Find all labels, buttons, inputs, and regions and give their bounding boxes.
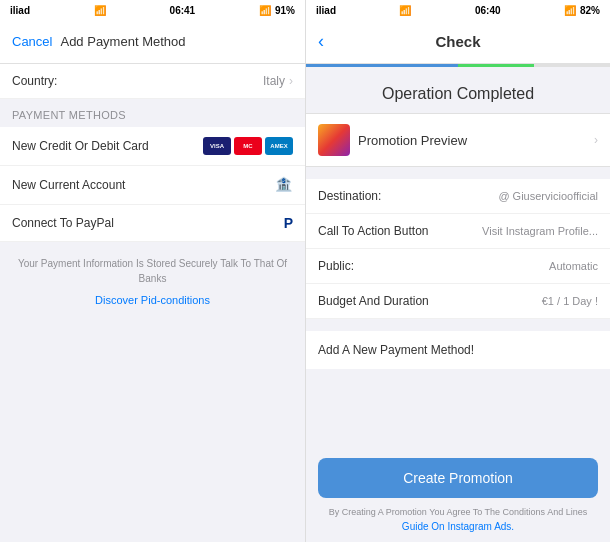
budget-label: Budget And Duration bbox=[318, 294, 429, 308]
signal-icon-right: 📶 bbox=[564, 5, 576, 16]
carrier-left: iliad bbox=[10, 5, 30, 16]
status-bar-left: iliad 📶 06:41 📶 91% bbox=[0, 0, 305, 20]
guide-link[interactable]: Guide On Instagram Ads. bbox=[318, 521, 598, 532]
bank-account-row[interactable]: New Current Account 🏦 bbox=[0, 166, 305, 205]
destination-label: Destination: bbox=[318, 189, 381, 203]
status-bar-right: iliad 📶 06:40 📶 82% bbox=[306, 0, 610, 20]
battery-left: 91% bbox=[275, 5, 295, 16]
add-payment-label: Add A New Payment Method! bbox=[318, 343, 474, 357]
promo-preview-left: Promotion Preview bbox=[318, 124, 467, 156]
destination-row: Destination: @ Giuservicioofficial bbox=[306, 179, 610, 214]
page-title-left: Add Payment Method bbox=[60, 34, 185, 49]
carrier-right: iliad bbox=[316, 5, 336, 16]
bottom-section: Create Promotion By Creating A Promotion… bbox=[306, 448, 610, 543]
paypal-label: Connect To PayPal bbox=[12, 216, 114, 230]
add-payment-row: Add A New Payment Method! bbox=[306, 331, 610, 369]
amex-icon: AMEX bbox=[265, 137, 293, 155]
page-title-right: Check bbox=[435, 33, 480, 50]
country-label: Country: bbox=[12, 74, 57, 88]
time-right: 06:40 bbox=[475, 5, 501, 16]
discover-link[interactable]: Discover Pid-conditions bbox=[0, 290, 305, 310]
cta-label: Call To Action Button bbox=[318, 224, 429, 238]
public-value: Automatic bbox=[549, 260, 598, 272]
promo-chevron-icon: › bbox=[594, 133, 598, 147]
promo-label: Promotion Preview bbox=[358, 133, 467, 148]
public-row: Public: Automatic bbox=[306, 249, 610, 284]
destination-value: @ Giuservicioofficial bbox=[498, 190, 598, 202]
secure-text: Your Payment Information Is Stored Secur… bbox=[0, 242, 305, 290]
country-row[interactable]: Country: Italy › bbox=[0, 64, 305, 99]
signal-icon-left: 📶 bbox=[259, 5, 271, 16]
detail-rows: Destination: @ Giuservicioofficial Call … bbox=[306, 179, 610, 319]
promo-thumbnail bbox=[318, 124, 350, 156]
budget-value: €1 / 1 Day ! bbox=[542, 295, 598, 307]
back-button[interactable]: ‹ bbox=[318, 31, 324, 52]
promotion-preview-row[interactable]: Promotion Preview › bbox=[306, 113, 610, 167]
left-panel: iliad 📶 06:41 📶 91% Cancel Add Payment M… bbox=[0, 0, 305, 542]
public-label: Public: bbox=[318, 259, 354, 273]
status-icons-left: 📶 91% bbox=[259, 5, 295, 16]
chevron-icon: › bbox=[289, 74, 293, 88]
cta-value: Visit Instagram Profile... bbox=[482, 225, 598, 237]
nav-header-left: Cancel Add Payment Method bbox=[0, 20, 305, 64]
mastercard-icon: MC bbox=[234, 137, 262, 155]
payment-methods-label: Payment Methods bbox=[0, 99, 305, 127]
visa-icon: VISA bbox=[203, 137, 231, 155]
operation-completed-text: Operation Completed bbox=[306, 67, 610, 113]
paypal-row[interactable]: Connect To PayPal P bbox=[0, 205, 305, 242]
wifi-icon: 📶 bbox=[94, 5, 106, 16]
budget-row: Budget And Duration €1 / 1 Day ! bbox=[306, 284, 610, 319]
card-icons: VISA MC AMEX bbox=[203, 137, 293, 155]
nav-header-right: ‹ Check bbox=[306, 20, 610, 64]
wifi-icon-right: 📶 bbox=[399, 5, 411, 16]
bank-account-label: New Current Account bbox=[12, 178, 125, 192]
bank-icon: 🏦 bbox=[275, 176, 293, 194]
credit-card-row[interactable]: New Credit Or Debit Card VISA MC AMEX bbox=[0, 127, 305, 166]
right-panel: iliad 📶 06:40 📶 82% ‹ Check Operation Co… bbox=[305, 0, 610, 542]
time-left: 06:41 bbox=[170, 5, 196, 16]
battery-right: 82% bbox=[580, 5, 600, 16]
status-icons-right: 📶 82% bbox=[564, 5, 600, 16]
credit-card-label: New Credit Or Debit Card bbox=[12, 139, 149, 153]
country-value: Italy › bbox=[263, 74, 293, 88]
cancel-button[interactable]: Cancel bbox=[12, 34, 52, 49]
footer-text: By Creating A Promotion You Agree To The… bbox=[318, 506, 598, 520]
paypal-icon: P bbox=[284, 215, 293, 231]
create-promotion-button[interactable]: Create Promotion bbox=[318, 458, 598, 498]
cta-row: Call To Action Button Visit Instagram Pr… bbox=[306, 214, 610, 249]
